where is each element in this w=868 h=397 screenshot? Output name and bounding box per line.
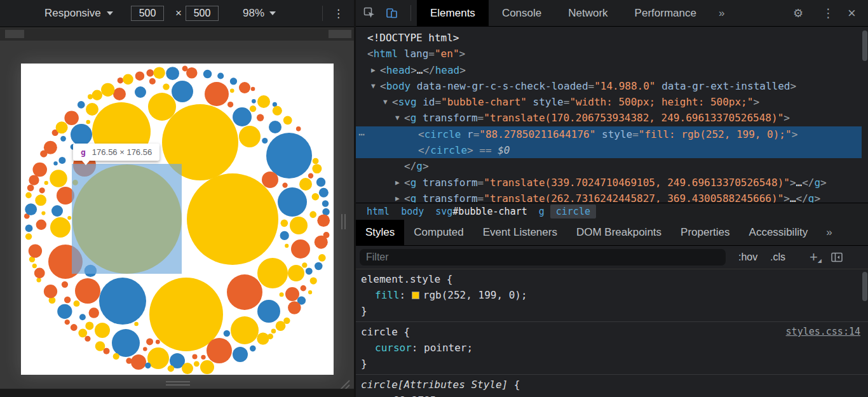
bubble-circle[interactable] xyxy=(266,133,312,178)
bubble-circle[interactable] xyxy=(288,265,304,281)
bubble-circle[interactable] xyxy=(308,290,312,294)
bubble-circle[interactable] xyxy=(71,124,92,145)
bubble-circle[interactable] xyxy=(134,322,139,326)
bubble-circle[interactable] xyxy=(276,321,286,331)
bubble-circle[interactable] xyxy=(89,307,99,318)
bubble-circle[interactable] xyxy=(145,363,151,368)
bubble-circle[interactable] xyxy=(312,164,322,173)
bubble-circle[interactable] xyxy=(318,254,326,262)
viewport-width-input[interactable] xyxy=(131,6,164,21)
bubble-circle[interactable] xyxy=(217,73,224,79)
settings-gear-icon[interactable]: ⚙ xyxy=(793,0,803,26)
bubble-circle[interactable] xyxy=(308,173,313,178)
tab-properties[interactable]: Properties xyxy=(671,220,739,245)
bubble-circle[interactable] xyxy=(257,300,280,323)
inspect-element-icon[interactable] xyxy=(363,7,376,22)
bubble-circle[interactable] xyxy=(310,277,317,284)
bubble-circle[interactable] xyxy=(53,161,57,165)
tab-console[interactable]: Console xyxy=(489,0,555,26)
bubble-circle[interactable] xyxy=(101,83,114,97)
bubble-circle[interactable] xyxy=(201,355,205,360)
bubble-circle[interactable] xyxy=(25,192,32,199)
bubble-circle[interactable] xyxy=(182,363,193,374)
bubble-circle[interactable] xyxy=(257,95,270,108)
bubble-circle[interactable] xyxy=(118,77,124,84)
bubble-circle[interactable] xyxy=(56,121,68,133)
bubble-circle[interactable] xyxy=(186,67,198,79)
devtools-kebab-icon[interactable]: ⋮ xyxy=(822,0,834,26)
more-tabs-chevron-icon[interactable]: » xyxy=(710,0,733,26)
dom-tree-node[interactable]: ▶<g transform="translate(262.73162424458… xyxy=(356,191,862,203)
tab-network[interactable]: Network xyxy=(555,0,621,26)
bubble-circle[interactable] xyxy=(315,262,322,270)
dom-tree-scrollbar[interactable] xyxy=(862,28,868,203)
bubble-circle[interactable] xyxy=(149,78,156,84)
bubble-circle[interactable] xyxy=(231,316,259,344)
bubble-circle[interactable] xyxy=(32,163,47,177)
breadcrumb-item-g[interactable]: g xyxy=(533,205,550,219)
bubble-circle[interactable] xyxy=(86,120,90,124)
expand-arrow-icon[interactable]: ▶ xyxy=(395,191,400,203)
bubble-circle[interactable] xyxy=(299,178,312,191)
bubble-circle[interactable] xyxy=(95,323,110,338)
sidebar-toggle-icon[interactable] xyxy=(831,245,843,269)
bubble-circle[interactable] xyxy=(29,244,42,257)
dom-tree-node[interactable]: <html lang="en"> xyxy=(356,46,862,62)
bubble-circle[interactable] xyxy=(203,70,212,79)
bubble-circle[interactable] xyxy=(72,180,78,185)
dom-tree-node[interactable]: </g> xyxy=(356,158,862,174)
bubble-circle[interactable] xyxy=(316,178,325,187)
breadcrumb-item-body[interactable]: body xyxy=(395,205,430,219)
bubble-circle[interactable] xyxy=(291,239,310,259)
bubble-circle[interactable] xyxy=(44,181,48,185)
bubble-chart-svg[interactable] xyxy=(21,64,334,375)
collapse-arrow-icon[interactable]: ▼ xyxy=(371,78,376,94)
bubble-circle[interactable] xyxy=(27,184,34,191)
dom-tree-node[interactable]: <!DOCTYPE html> xyxy=(356,30,862,46)
rule-selector[interactable]: circle xyxy=(361,326,398,338)
bubble-circle[interactable] xyxy=(113,353,119,360)
expand-arrow-icon[interactable]: ▶ xyxy=(395,175,400,191)
styles-filter-input[interactable] xyxy=(360,249,726,266)
stylesheet-source-link[interactable]: styles.css:14 xyxy=(786,326,860,337)
breadcrumb-item-svg[interactable]: svg#bubble-chart xyxy=(430,205,533,219)
bubble-circle[interactable] xyxy=(283,116,292,125)
bubble-circle[interactable] xyxy=(290,217,308,234)
bubble-circle[interactable] xyxy=(86,103,98,116)
bubble-circle[interactable] xyxy=(44,141,57,154)
tab-styles[interactable]: Styles xyxy=(356,220,404,245)
close-devtools-icon[interactable]: × xyxy=(848,0,856,26)
dom-tree-node[interactable]: </circle> == $0 xyxy=(356,142,862,158)
bubble-circle[interactable] xyxy=(322,200,329,206)
viewport-resize-handle-right[interactable] xyxy=(341,214,346,229)
bubble-circle[interactable] xyxy=(227,274,262,310)
bubble-circle[interactable] xyxy=(50,217,71,238)
bubble-circle[interactable] xyxy=(71,324,78,331)
bubble-circle[interactable] xyxy=(281,220,288,227)
toggle-classes-button[interactable]: .cls xyxy=(770,245,785,269)
bubble-circle[interactable] xyxy=(85,265,97,277)
node-overflow-dots-icon[interactable]: ⋯ xyxy=(358,126,365,142)
bubble-circle[interactable] xyxy=(85,321,93,330)
bubble-circle[interactable] xyxy=(58,157,65,164)
bubble-circle[interactable] xyxy=(32,264,37,268)
bubble-circle[interactable] xyxy=(48,245,83,279)
bubble-circle[interactable] xyxy=(75,278,100,304)
dom-tree-node[interactable]: ⋯<circle r="88.27850211644176" style="fi… xyxy=(356,126,862,142)
styles-scrollbar[interactable] xyxy=(862,272,867,301)
bubble-circle[interactable] xyxy=(50,170,67,187)
viewport-height-input[interactable] xyxy=(186,6,219,21)
bubble-circle[interactable] xyxy=(269,121,281,133)
bubble-circle[interactable] xyxy=(36,278,41,282)
bubble-circle[interactable] xyxy=(51,205,63,217)
bubble-circle[interactable] xyxy=(65,320,70,325)
zoom-select[interactable]: 98% xyxy=(243,0,276,27)
bubble-circle[interactable] xyxy=(207,338,232,363)
bubble-circle[interactable] xyxy=(25,203,37,215)
bubble-circle[interactable] xyxy=(153,67,165,79)
bubble-circle[interactable] xyxy=(187,173,278,265)
bubble-circle[interactable] xyxy=(224,330,230,337)
bubble-circle[interactable] xyxy=(262,172,278,188)
bubble-circle[interactable] xyxy=(306,267,313,274)
dom-tree-node[interactable]: ▼<g transform="translate(170.20675393438… xyxy=(356,110,862,126)
